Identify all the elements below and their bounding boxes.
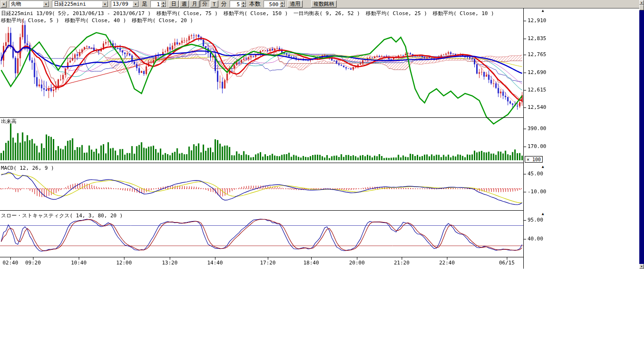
price-axis-label: 12,765 bbox=[528, 51, 546, 58]
period-tick-button[interactable]: T bbox=[210, 0, 218, 8]
dropdown-arrow-icon[interactable]: ▼ bbox=[43, 1, 49, 7]
legend-item: 移動平均( Close, 5 ) bbox=[1, 17, 59, 24]
spin-down-icon[interactable]: ▼ bbox=[280, 4, 285, 8]
price-axis-label: 12,690 bbox=[528, 69, 546, 75]
stoch-axis-label: 40.00 bbox=[528, 236, 543, 242]
time-axis-label: 17:20 bbox=[260, 260, 275, 266]
macd-axis-label: -10.00 bbox=[528, 189, 546, 195]
time-axis-label: 20:00 bbox=[349, 260, 364, 266]
category-select-value: 先物 bbox=[11, 0, 21, 8]
legend-item: 移動平均( Close, 150 ) bbox=[223, 10, 288, 17]
volume-axis-label: 390.00 bbox=[528, 125, 546, 132]
dropdown-arrow-icon[interactable]: ▼ bbox=[102, 1, 108, 7]
volume-axis-label: 170.00 bbox=[528, 143, 546, 149]
time-axis-label: 12:00 bbox=[116, 260, 132, 266]
caret-down-icon: ▼ bbox=[3, 2, 5, 6]
contract-select[interactable]: 13/09 ▼ bbox=[111, 0, 139, 8]
time-axis-label: 02:40 bbox=[2, 260, 18, 266]
period-day-button[interactable]: 日 bbox=[169, 0, 179, 8]
time-axis-label: 06/15 bbox=[499, 260, 514, 266]
macd-pane-scale-button[interactable]: ▲ bbox=[542, 165, 544, 169]
dropdown-arrow-icon[interactable]: ▼ bbox=[132, 1, 139, 7]
scrollbar-thumb[interactable] bbox=[639, 5, 644, 10]
chart-region: ▼ 先物 ▼ 日経225mini ▼ 13/09 ▼ 足 1 ▲ ▼ 日 週 月… bbox=[0, 0, 644, 362]
multi-symbol-button[interactable]: 複数銘柄 bbox=[311, 0, 337, 8]
stoch-axis-label: 95.00 bbox=[528, 217, 543, 223]
price-pane-scale-button[interactable]: ▲ bbox=[542, 9, 544, 13]
price-axis-label: 12,615 bbox=[528, 87, 546, 93]
period-week-button[interactable]: 週 bbox=[179, 0, 189, 8]
legend-item: 移動平均( Close, 40 ) bbox=[65, 17, 126, 24]
time-axis-label: 10:40 bbox=[71, 260, 86, 266]
ashi-label: 足 bbox=[141, 0, 148, 8]
contract-select-value: 13/09 bbox=[113, 1, 128, 7]
chart-title: 日経225mini 13/09( 5分, 2013/06/13 - 2013/0… bbox=[1, 10, 151, 17]
time-axis-label: 13:20 bbox=[162, 260, 177, 266]
scroll-down-icon[interactable]: ▼ bbox=[639, 264, 644, 269]
stoch-pane-scale-button[interactable]: ▲ bbox=[542, 212, 544, 216]
symbol-select-value: 日経225mini bbox=[54, 0, 86, 8]
symbol-select[interactable]: 日経225mini ▼ bbox=[52, 0, 108, 8]
legend-item: 移動平均( Close, 25 ) bbox=[366, 10, 427, 17]
legend-item: 移動平均( Close, 20 ) bbox=[132, 17, 193, 24]
legend-row-1: 日経225mini 13/09( 5分, 2013/06/13 - 2013/0… bbox=[1, 10, 494, 17]
category-select[interactable]: 先物 ▼ bbox=[9, 0, 50, 8]
toolbar-corner-button[interactable]: ▼ bbox=[1, 1, 7, 8]
spin-down-icon[interactable]: ▼ bbox=[241, 4, 246, 8]
spin-down-icon[interactable]: ▼ bbox=[161, 4, 166, 8]
minute-stepper[interactable]: 5 ▲ ▼ bbox=[230, 0, 247, 8]
price-axis-label: 12,835 bbox=[528, 35, 546, 41]
period-button-group: 日 週 月 分 T bbox=[169, 0, 218, 8]
legend-item: 一目均衡表( 9, 26, 52 ) bbox=[294, 10, 360, 17]
minute-label: 分 bbox=[221, 0, 227, 8]
period-month-button[interactable]: 月 bbox=[190, 0, 199, 8]
apply-button[interactable]: 適用 bbox=[288, 0, 303, 8]
bars-stepper[interactable]: 500 ▲ ▼ bbox=[264, 0, 285, 8]
legend-item: 移動平均( Close, 10 ) bbox=[433, 10, 494, 17]
period-minute-button[interactable]: 分 bbox=[200, 0, 210, 8]
interval-value: 1 bbox=[151, 1, 161, 7]
volume-multiplier-badge: × 100 bbox=[525, 156, 543, 163]
bars-label: 本数 bbox=[249, 0, 261, 8]
scroll-up-icon[interactable]: ▲ bbox=[639, 0, 644, 5]
macd-axis-label: 45.00 bbox=[528, 171, 543, 177]
legend-item: 移動平均( Close, 75 ) bbox=[157, 10, 218, 17]
time-axis-label: 14:40 bbox=[207, 260, 223, 266]
time-axis-label: 22:40 bbox=[439, 260, 454, 266]
legend-row-2: 移動平均( Close, 5 ) 移動平均( Close, 40 ) 移動平均(… bbox=[1, 17, 193, 24]
price-axis-label: 12,910 bbox=[528, 17, 546, 24]
volume-pane-label: 出来高 bbox=[1, 118, 17, 125]
price-axis-label: 12,540 bbox=[528, 104, 546, 110]
time-axis-label: 18:40 bbox=[303, 260, 319, 266]
bars-value: 500 bbox=[264, 1, 280, 7]
macd-pane-label: MACD( 12, 26, 9 ) bbox=[1, 165, 54, 171]
minute-value: 5 bbox=[230, 1, 241, 7]
interval-stepper[interactable]: 1 ▲ ▼ bbox=[150, 0, 166, 8]
vertical-scrollbar[interactable]: ▲ ▼ bbox=[639, 0, 644, 269]
time-axis-label: 09:20 bbox=[25, 260, 41, 266]
stoch-pane-label: スロー・ストキャスティクス( 14, 3, 80, 20 ) bbox=[1, 212, 123, 219]
chart-canvas[interactable] bbox=[0, 8, 528, 269]
time-axis-label: 21:20 bbox=[394, 260, 409, 266]
toolbar: ▼ 先物 ▼ 日経225mini ▼ 13/09 ▼ 足 1 ▲ ▼ 日 週 月… bbox=[0, 0, 644, 8]
